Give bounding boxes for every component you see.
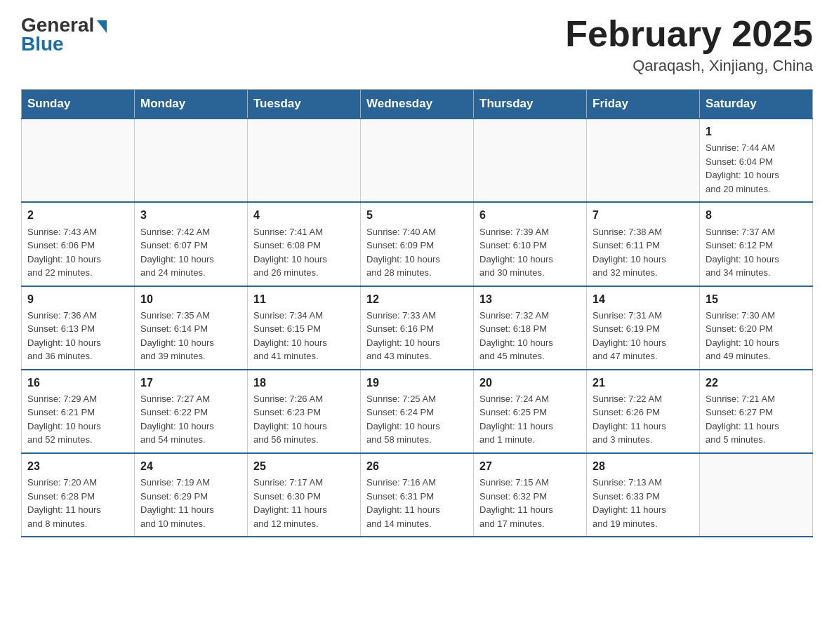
day-info: Sunrise: 7:35 AM Sunset: 6:14 PM Dayligh…	[140, 309, 241, 363]
day-info: Sunrise: 7:42 AM Sunset: 6:07 PM Dayligh…	[140, 225, 241, 280]
day-number: 9	[27, 291, 128, 307]
day-number: 7	[593, 207, 694, 223]
calendar-cell	[700, 453, 813, 537]
day-info: Sunrise: 7:30 AM Sunset: 6:20 PM Dayligh…	[706, 309, 807, 363]
calendar-cell: 5Sunrise: 7:40 AM Sunset: 6:09 PM Daylig…	[361, 202, 474, 286]
calendar-cell: 25Sunrise: 7:17 AM Sunset: 6:30 PM Dayli…	[248, 453, 361, 537]
weekday-header-saturday: Saturday	[700, 90, 813, 119]
calendar-cell: 6Sunrise: 7:39 AM Sunset: 6:10 PM Daylig…	[474, 202, 587, 286]
day-info: Sunrise: 7:13 AM Sunset: 6:33 PM Dayligh…	[593, 476, 694, 530]
calendar-week-row: 2Sunrise: 7:43 AM Sunset: 6:06 PM Daylig…	[22, 202, 813, 286]
day-info: Sunrise: 7:31 AM Sunset: 6:19 PM Dayligh…	[593, 309, 694, 363]
day-number: 4	[253, 207, 355, 223]
calendar-cell: 19Sunrise: 7:25 AM Sunset: 6:24 PM Dayli…	[361, 370, 474, 453]
calendar-cell: 21Sunrise: 7:22 AM Sunset: 6:26 PM Dayli…	[587, 370, 700, 453]
day-info: Sunrise: 7:40 AM Sunset: 6:09 PM Dayligh…	[366, 225, 468, 280]
day-info: Sunrise: 7:33 AM Sunset: 6:16 PM Dayligh…	[366, 309, 468, 363]
calendar-week-row: 23Sunrise: 7:20 AM Sunset: 6:28 PM Dayli…	[22, 453, 813, 537]
month-title: February 2025	[565, 14, 813, 54]
day-info: Sunrise: 7:27 AM Sunset: 6:22 PM Dayligh…	[140, 392, 241, 447]
calendar-cell	[587, 119, 700, 202]
weekday-header-sunday: Sunday	[22, 90, 135, 119]
day-info: Sunrise: 7:22 AM Sunset: 6:26 PM Dayligh…	[593, 392, 694, 447]
weekday-header-wednesday: Wednesday	[361, 90, 474, 119]
day-number: 17	[140, 375, 241, 391]
location-text: Qaraqash, Xinjiang, China	[565, 57, 813, 75]
logo-arrow-icon	[97, 20, 107, 33]
weekday-header-friday: Friday	[587, 90, 700, 119]
logo: General Blue	[21, 14, 107, 55]
day-info: Sunrise: 7:32 AM Sunset: 6:18 PM Dayligh…	[479, 309, 581, 363]
calendar-week-row: 16Sunrise: 7:29 AM Sunset: 6:21 PM Dayli…	[22, 370, 813, 453]
day-number: 28	[593, 458, 694, 474]
calendar-cell: 17Sunrise: 7:27 AM Sunset: 6:22 PM Dayli…	[135, 370, 248, 453]
day-info: Sunrise: 7:24 AM Sunset: 6:25 PM Dayligh…	[479, 392, 581, 447]
calendar-week-row: 9Sunrise: 7:36 AM Sunset: 6:13 PM Daylig…	[22, 286, 813, 370]
page-header: General Blue February 2025 Qaraqash, Xin…	[21, 14, 813, 75]
day-number: 10	[140, 291, 241, 307]
day-info: Sunrise: 7:34 AM Sunset: 6:15 PM Dayligh…	[253, 309, 355, 363]
calendar-cell: 9Sunrise: 7:36 AM Sunset: 6:13 PM Daylig…	[22, 286, 135, 370]
day-number: 22	[706, 375, 807, 391]
day-info: Sunrise: 7:39 AM Sunset: 6:10 PM Dayligh…	[479, 225, 581, 280]
calendar-cell: 18Sunrise: 7:26 AM Sunset: 6:23 PM Dayli…	[248, 370, 361, 453]
day-number: 14	[593, 291, 694, 307]
day-number: 6	[479, 207, 581, 223]
calendar-cell: 26Sunrise: 7:16 AM Sunset: 6:31 PM Dayli…	[361, 453, 474, 537]
day-number: 26	[366, 458, 468, 474]
calendar-cell: 2Sunrise: 7:43 AM Sunset: 6:06 PM Daylig…	[22, 202, 135, 286]
calendar-cell: 28Sunrise: 7:13 AM Sunset: 6:33 PM Dayli…	[587, 453, 700, 537]
day-number: 27	[479, 458, 581, 474]
calendar-cell: 24Sunrise: 7:19 AM Sunset: 6:29 PM Dayli…	[135, 453, 248, 537]
weekday-header-row: SundayMondayTuesdayWednesdayThursdayFrid…	[22, 90, 813, 119]
day-info: Sunrise: 7:19 AM Sunset: 6:29 PM Dayligh…	[140, 476, 241, 530]
calendar-cell: 7Sunrise: 7:38 AM Sunset: 6:11 PM Daylig…	[587, 202, 700, 286]
day-info: Sunrise: 7:21 AM Sunset: 6:27 PM Dayligh…	[706, 392, 807, 447]
day-info: Sunrise: 7:26 AM Sunset: 6:23 PM Dayligh…	[253, 392, 355, 447]
calendar-cell: 8Sunrise: 7:37 AM Sunset: 6:12 PM Daylig…	[700, 202, 813, 286]
calendar-cell: 1Sunrise: 7:44 AM Sunset: 6:04 PM Daylig…	[700, 119, 813, 202]
day-number: 21	[593, 375, 694, 391]
calendar-cell: 16Sunrise: 7:29 AM Sunset: 6:21 PM Dayli…	[22, 370, 135, 453]
calendar-cell	[248, 119, 361, 202]
day-number: 16	[27, 375, 128, 391]
calendar-cell: 11Sunrise: 7:34 AM Sunset: 6:15 PM Dayli…	[248, 286, 361, 370]
calendar-cell: 13Sunrise: 7:32 AM Sunset: 6:18 PM Dayli…	[474, 286, 587, 370]
title-block: February 2025 Qaraqash, Xinjiang, China	[565, 14, 813, 75]
day-number: 25	[253, 458, 355, 474]
calendar-cell: 27Sunrise: 7:15 AM Sunset: 6:32 PM Dayli…	[474, 453, 587, 537]
day-info: Sunrise: 7:44 AM Sunset: 6:04 PM Dayligh…	[706, 141, 807, 196]
day-number: 3	[140, 207, 241, 223]
day-number: 11	[253, 291, 355, 307]
day-info: Sunrise: 7:43 AM Sunset: 6:06 PM Dayligh…	[27, 225, 128, 280]
day-info: Sunrise: 7:17 AM Sunset: 6:30 PM Dayligh…	[253, 476, 355, 530]
day-number: 1	[706, 123, 807, 140]
calendar-cell: 20Sunrise: 7:24 AM Sunset: 6:25 PM Dayli…	[474, 370, 587, 453]
weekday-header-tuesday: Tuesday	[248, 90, 361, 119]
weekday-header-monday: Monday	[135, 90, 248, 119]
weekday-header-thursday: Thursday	[474, 90, 587, 119]
day-info: Sunrise: 7:41 AM Sunset: 6:08 PM Dayligh…	[253, 225, 355, 280]
day-number: 2	[27, 207, 128, 223]
day-number: 18	[253, 375, 355, 391]
day-info: Sunrise: 7:37 AM Sunset: 6:12 PM Dayligh…	[706, 225, 807, 280]
calendar-cell: 14Sunrise: 7:31 AM Sunset: 6:19 PM Dayli…	[587, 286, 700, 370]
day-number: 12	[366, 291, 468, 307]
calendar-cell	[135, 119, 248, 202]
day-number: 13	[479, 291, 581, 307]
day-info: Sunrise: 7:15 AM Sunset: 6:32 PM Dayligh…	[479, 476, 581, 530]
day-number: 5	[366, 207, 468, 223]
calendar-cell: 4Sunrise: 7:41 AM Sunset: 6:08 PM Daylig…	[248, 202, 361, 286]
day-info: Sunrise: 7:16 AM Sunset: 6:31 PM Dayligh…	[366, 476, 468, 530]
calendar-cell	[361, 119, 474, 202]
day-number: 24	[140, 458, 241, 474]
day-info: Sunrise: 7:25 AM Sunset: 6:24 PM Dayligh…	[366, 392, 468, 447]
day-number: 15	[706, 291, 807, 307]
calendar-cell	[22, 119, 135, 202]
day-number: 8	[706, 207, 807, 223]
day-info: Sunrise: 7:29 AM Sunset: 6:21 PM Dayligh…	[27, 392, 128, 447]
day-info: Sunrise: 7:36 AM Sunset: 6:13 PM Dayligh…	[27, 309, 128, 363]
calendar-table: SundayMondayTuesdayWednesdayThursdayFrid…	[21, 89, 813, 537]
day-number: 19	[366, 375, 468, 391]
calendar-cell: 3Sunrise: 7:42 AM Sunset: 6:07 PM Daylig…	[135, 202, 248, 286]
